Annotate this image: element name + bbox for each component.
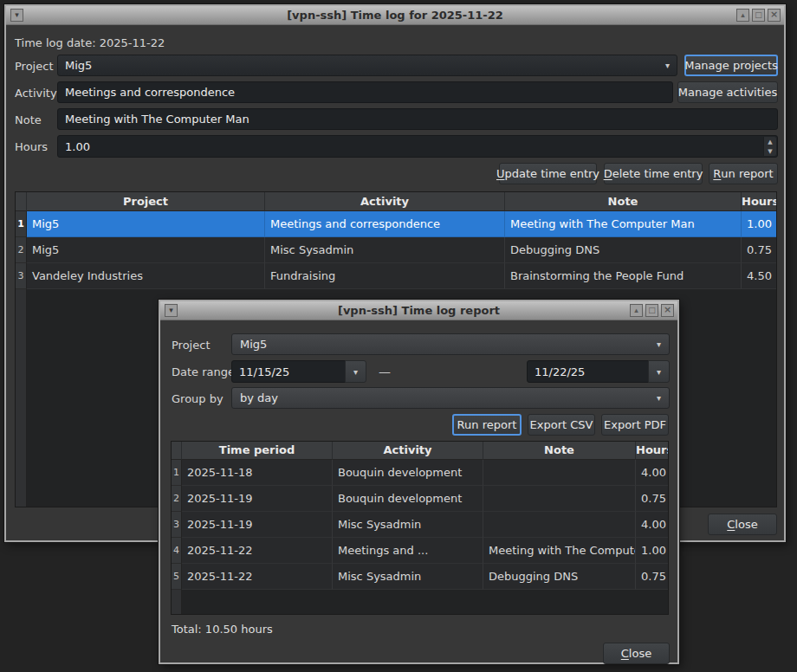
date-range-label: Date range: [172, 365, 235, 378]
chevron-down-icon: ▾: [657, 339, 661, 349]
report-project-label: Project: [172, 339, 210, 352]
manage-projects-button[interactable]: Manage projects: [684, 55, 778, 76]
spin-up-icon[interactable]: ▲: [764, 137, 776, 146]
export-pdf-button[interactable]: Export PDF: [601, 414, 669, 436]
table-row[interactable]: 4 2025-11-22 Meetings and ... Meeting wi…: [172, 538, 668, 564]
table-corner: [172, 442, 182, 460]
row-number: 2: [16, 237, 27, 263]
date-range-separator: —: [379, 365, 391, 378]
group-by-label: Group by: [172, 392, 224, 405]
row-number: 2: [172, 486, 182, 512]
row-number-gutter: [172, 590, 182, 614]
column-header-note: Note: [483, 442, 636, 460]
date-start-dropdown-button[interactable]: ▾: [345, 360, 366, 383]
row-number-gutter: [16, 289, 27, 507]
row-number: 3: [16, 263, 27, 289]
table-row[interactable]: 1 Mig5 Meetings and correspondence Meeti…: [16, 211, 776, 237]
column-header-hours: Hours: [742, 192, 776, 211]
project-label: Project: [15, 60, 53, 73]
window-menu-button[interactable]: ▾: [10, 9, 23, 22]
group-by-combobox[interactable]: by day ▾: [231, 387, 670, 409]
shade-button[interactable]: ▴: [736, 9, 749, 22]
column-header-project: Project: [27, 192, 265, 211]
hours-spinbox[interactable]: 1.00 ▲ ▼: [57, 135, 778, 158]
note-input[interactable]: Meeting with The Computer Man: [57, 108, 778, 130]
main-window-title: [vpn-ssh] Time log for 2025-11-22: [6, 6, 784, 24]
window-menu-button[interactable]: ▾: [165, 304, 178, 317]
report-table: Time period Activity Note Hours 1 2025-1…: [171, 441, 669, 615]
date-end-dropdown-button[interactable]: ▾: [648, 360, 670, 383]
report-project-combobox[interactable]: Mig5 ▾: [231, 333, 670, 355]
column-header-note: Note: [505, 192, 742, 211]
desktop: { "colors": { "selection": "#2b7bd4", "f…: [0, 0, 797, 672]
row-number: 5: [172, 564, 182, 590]
project-combobox[interactable]: Mig5 ▾: [57, 55, 677, 76]
chevron-down-icon: ▾: [657, 367, 661, 377]
hours-value: 1.00: [65, 140, 90, 153]
note-label: Note: [15, 113, 42, 126]
row-number: 1: [172, 460, 182, 486]
activity-label: Activity: [15, 87, 57, 100]
close-window-button[interactable]: ×: [768, 9, 781, 22]
hours-spinner: ▲ ▼: [763, 137, 776, 156]
activity-input[interactable]: Meetings and correspondence: [57, 81, 673, 103]
row-number: 1: [16, 211, 27, 237]
shade-button[interactable]: ▴: [630, 304, 643, 317]
spin-down-icon[interactable]: ▼: [764, 146, 776, 156]
dialog-run-report-button[interactable]: Run report: [452, 414, 522, 436]
total-hours-label: Total: 10.50 hours: [172, 623, 273, 636]
dialog-close-button[interactable]: Close: [603, 643, 670, 664]
table-corner: [16, 192, 27, 211]
column-header-activity: Activity: [333, 442, 483, 460]
dialog-titlebar[interactable]: ▾ [vpn-ssh] Time log report ▴ □ ×: [160, 301, 677, 320]
table-row[interactable]: 1 2025-11-18 Bouquin development 4.00: [172, 460, 668, 486]
table-row[interactable]: 5 2025-11-22 Misc Sysadmin Debugging DNS…: [172, 564, 668, 590]
hours-label: Hours: [15, 140, 48, 153]
date-start-input[interactable]: 11/15/25: [231, 360, 346, 383]
update-time-entry-button[interactable]: Update time entry: [499, 163, 597, 184]
delete-time-entry-button[interactable]: Delete time entry: [604, 163, 703, 184]
dialog-title: [vpn-ssh] Time log report: [160, 301, 677, 320]
main-close-button[interactable]: Close: [708, 514, 777, 535]
column-header-time-period: Time period: [182, 442, 333, 460]
time-log-date-label: Time log date: 2025-11-22: [15, 36, 165, 49]
table-row[interactable]: 2 2025-11-19 Bouquin development 0.75: [172, 486, 668, 512]
maximize-button[interactable]: □: [645, 304, 658, 317]
close-window-button[interactable]: ×: [661, 304, 674, 317]
row-number: 3: [172, 512, 182, 538]
project-combobox-value: Mig5: [65, 59, 92, 72]
table-row[interactable]: 3 Vandeley Industries Fundraising Brains…: [16, 263, 776, 289]
table-row[interactable]: 3 2025-11-19 Misc Sysadmin 4.00: [172, 512, 668, 538]
chevron-down-icon: ▾: [353, 367, 358, 377]
chevron-down-icon: ▾: [657, 393, 661, 403]
row-number: 4: [172, 538, 182, 564]
manage-activities-button[interactable]: Manage activities: [677, 81, 778, 103]
chevron-down-icon: ▾: [665, 61, 670, 70]
table-row[interactable]: 2 Mig5 Misc Sysadmin Debugging DNS 0.75: [16, 237, 776, 263]
column-header-hours: Hours: [636, 442, 668, 460]
run-report-button[interactable]: Run report: [709, 163, 778, 184]
export-csv-button[interactable]: Export CSV: [528, 414, 595, 436]
column-header-activity: Activity: [265, 192, 505, 211]
report-dialog: ▾ [vpn-ssh] Time log report ▴ □ × Projec…: [159, 300, 679, 664]
date-end-input[interactable]: 11/22/25: [527, 360, 649, 383]
main-titlebar[interactable]: ▾ [vpn-ssh] Time log for 2025-11-22 ▴ □ …: [6, 6, 784, 25]
maximize-button[interactable]: □: [752, 9, 765, 22]
